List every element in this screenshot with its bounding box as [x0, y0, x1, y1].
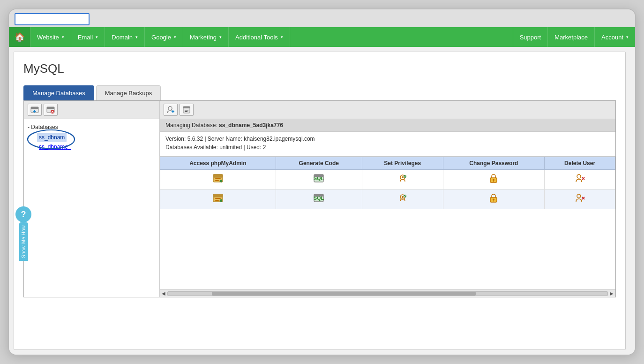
db-icon — [182, 106, 191, 114]
db-manager: - Databases ss_dbnam ss_dbname_ — [23, 100, 616, 297]
table-row: SQL — [160, 190, 615, 209]
svg-rect-25 — [314, 174, 323, 177]
svg-rect-16 — [185, 111, 187, 112]
cell-delete-1[interactable] — [545, 170, 615, 190]
chevron-down-icon: ▾ — [626, 35, 629, 39]
generate-code-icon: SQL — [313, 173, 324, 184]
table-row: SQL — [160, 170, 615, 190]
cell-delete-2[interactable] — [545, 190, 615, 209]
scroll-right-arrow[interactable]: ▶ — [610, 291, 614, 296]
nav-domain[interactable]: Domain▾ — [105, 27, 145, 47]
user-icon-button[interactable] — [164, 104, 178, 116]
cell-password-2[interactable] — [443, 190, 545, 209]
svg-point-52 — [577, 194, 581, 198]
set-privileges-icon: ✓ — [397, 173, 408, 184]
svg-rect-5 — [47, 107, 54, 109]
col-phpmyadmin: Access phpMyAdmin — [160, 157, 276, 170]
db-left-panel: - Databases ss_dbnam ss_dbname_ — [24, 101, 160, 297]
col-set-privileges: Set Privileges — [362, 157, 443, 170]
svg-point-50 — [493, 199, 494, 201]
browser-chrome — [9, 9, 635, 27]
col-change-password: Change Password — [443, 157, 545, 170]
db-left-toolbar — [24, 101, 159, 119]
svg-rect-1 — [31, 107, 38, 109]
chevron-down-icon: ▾ — [174, 35, 176, 39]
nav-additional-tools[interactable]: Additional Tools▾ — [229, 27, 290, 47]
horizontal-scrollbar[interactable]: ◀ ▶ — [160, 289, 615, 297]
add-user-icon — [166, 106, 175, 114]
nav-marketing[interactable]: Marketing▾ — [183, 27, 229, 47]
cell-privileges-2[interactable]: ✓ — [362, 190, 443, 209]
delete-db-icon — [46, 106, 55, 114]
cell-generate-1[interactable]: SQL — [276, 170, 362, 190]
nav-bar: 🏠 Website▾ Email▾ Domain▾ Google▾ Market… — [9, 27, 635, 47]
set-privileges-icon-2: ✓ — [397, 192, 408, 204]
db-users-table: Access phpMyAdmin Generate Code Set Priv… — [160, 157, 615, 209]
svg-rect-14 — [183, 106, 190, 108]
svg-rect-18 — [213, 174, 223, 177]
show-me-how-label[interactable]: Show Me How — [19, 222, 28, 261]
svg-point-31 — [493, 179, 494, 181]
col-generate-code: Generate Code — [276, 157, 362, 170]
delete-user-icon-2 — [574, 192, 585, 204]
tab-manage-backups[interactable]: Manage Backups — [96, 85, 161, 100]
svg-rect-19 — [215, 178, 221, 179]
delete-user-icon — [574, 173, 585, 184]
nav-account[interactable]: Account▾ — [594, 27, 635, 47]
address-bar[interactable] — [15, 13, 90, 25]
svg-rect-15 — [185, 110, 188, 111]
home-button[interactable]: 🏠 — [9, 27, 30, 47]
nav-marketplace[interactable]: Marketplace — [547, 27, 594, 47]
cell-phpmyadmin-2[interactable] — [160, 190, 276, 209]
svg-text:✓: ✓ — [404, 195, 406, 198]
svg-text:✓: ✓ — [404, 175, 406, 178]
page-title: MySQL — [23, 61, 616, 76]
col-delete-user: Delete User — [545, 157, 615, 170]
nav-website[interactable]: Website▾ — [30, 27, 71, 47]
scrollbar-track[interactable] — [167, 291, 608, 296]
change-password-icon-2 — [488, 192, 499, 204]
cell-generate-2[interactable]: SQL — [276, 190, 362, 209]
db-managing-header: Managing Database: ss_dbname_5ad3jka776 — [160, 119, 615, 132]
cell-phpmyadmin-1[interactable] — [160, 170, 276, 190]
tab-manage-databases[interactable]: Manage Databases — [23, 85, 94, 100]
svg-rect-44 — [314, 194, 323, 197]
change-password-icon — [488, 173, 499, 184]
nav-email[interactable]: Email▾ — [71, 27, 105, 47]
add-db-button[interactable] — [28, 104, 42, 116]
help-circle-button[interactable]: ? — [15, 206, 31, 222]
svg-rect-39 — [215, 200, 219, 201]
scroll-left-arrow[interactable]: ◀ — [162, 291, 165, 296]
tabs: Manage Databases Manage Backups — [23, 85, 616, 100]
help-widget: ? Show Me How — [15, 206, 31, 261]
db-item-1[interactable]: ss_dbnam — [37, 133, 67, 142]
chevron-down-icon: ▾ — [135, 35, 138, 39]
main-panel: MySQL Manage Databases Manage Backups — [14, 52, 626, 350]
nav-google[interactable]: Google▾ — [145, 27, 183, 47]
db-right-panel: Managing Database: ss_dbname_5ad3jka776 … — [160, 101, 615, 297]
generate-code-icon-2: SQL — [313, 192, 324, 204]
svg-point-10 — [168, 106, 172, 110]
chevron-down-icon: ▾ — [96, 35, 98, 39]
phpmyadmin-icon — [212, 173, 224, 184]
svg-rect-20 — [215, 180, 219, 181]
cell-privileges-1[interactable]: ✓ — [362, 170, 443, 190]
db-action-button[interactable] — [180, 104, 194, 116]
db-section-label: - Databases — [28, 124, 156, 130]
add-db-icon — [30, 106, 39, 114]
db-list: - Databases ss_dbnam ss_dbname_ — [24, 119, 159, 297]
chevron-down-icon: ▾ — [219, 35, 222, 39]
db-table-container: Access phpMyAdmin Generate Code Set Priv… — [160, 157, 615, 289]
scrollbar-thumb — [212, 292, 476, 296]
delete-db-button[interactable] — [44, 104, 58, 116]
svg-point-33 — [577, 174, 581, 178]
svg-rect-37 — [213, 194, 223, 197]
chevron-down-icon: ▾ — [281, 35, 283, 39]
svg-rect-38 — [215, 198, 221, 199]
db-right-toolbar — [160, 101, 615, 119]
nav-support[interactable]: Support — [513, 27, 548, 47]
phpmyadmin-icon-2 — [212, 192, 224, 204]
browser-window: 🏠 Website▾ Email▾ Domain▾ Google▾ Market… — [8, 8, 636, 356]
db-item-2[interactable]: ss_dbname_ — [37, 143, 156, 151]
cell-password-1[interactable] — [443, 170, 545, 190]
